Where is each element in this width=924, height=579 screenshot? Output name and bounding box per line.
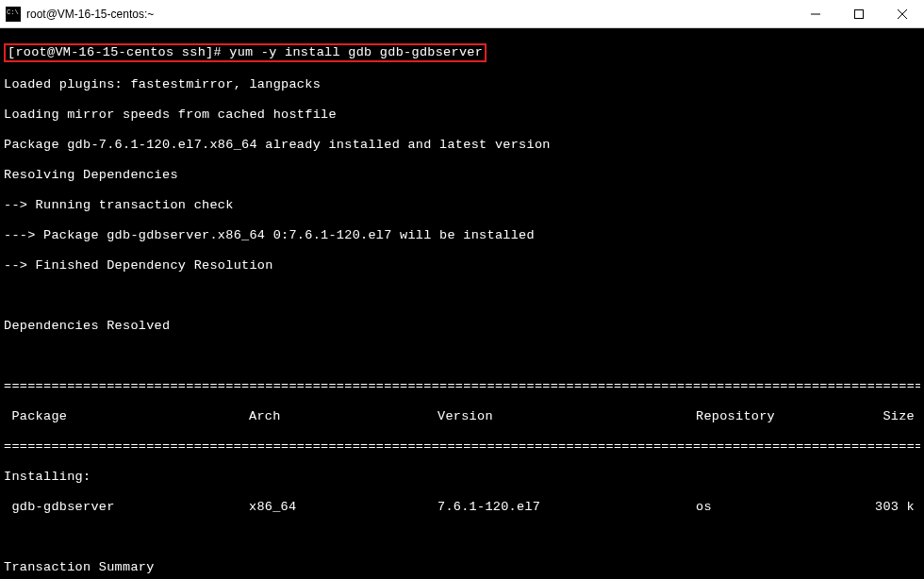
window-title: root@VM-16-15-centos:~ xyxy=(26,8,794,21)
blank-line xyxy=(4,349,920,364)
blank-line xyxy=(4,530,920,545)
terminal-line: --> Finished Dependency Resolution xyxy=(4,258,920,273)
command-highlight-box: [root@VM-16-15-centos ssh]# yum -y insta… xyxy=(4,43,487,62)
installing-label: Installing: xyxy=(4,470,920,485)
svg-rect-1 xyxy=(855,9,864,18)
maximize-button[interactable] xyxy=(837,0,881,27)
terminal-line: Loading mirror speeds from cached hostfi… xyxy=(4,108,920,123)
table-header: Package Arch Version Repository Size xyxy=(4,409,920,424)
cmd-icon xyxy=(6,7,21,22)
col-arch: Arch xyxy=(249,409,437,424)
cell-arch: x86_64 xyxy=(249,500,437,515)
prompt: [root@VM-16-15-centos ssh]# xyxy=(8,45,229,59)
table-row: gdb-gdbserver x86_64 7.6.1-120.el7 os 30… xyxy=(4,500,920,515)
col-repository: Repository xyxy=(696,409,854,424)
terminal-line: Transaction Summary xyxy=(4,560,920,575)
window-titlebar: root@VM-16-15-centos:~ xyxy=(0,0,924,28)
terminal-line: Resolving Dependencies xyxy=(4,168,920,183)
terminal-line: Package gdb-7.6.1-120.el7.x86_64 already… xyxy=(4,138,920,153)
command-text: yum -y install gdb gdb-gdbserver xyxy=(229,45,483,59)
terminal-line: --> Running transaction check xyxy=(4,198,920,213)
col-size: Size xyxy=(854,409,920,424)
col-version: Version xyxy=(437,409,696,424)
rule-line: ========================================… xyxy=(4,439,920,455)
rule-line: ========================================… xyxy=(4,379,920,394)
cell-repository: os xyxy=(696,500,854,515)
terminal-line: [root@VM-16-15-centos ssh]# yum -y insta… xyxy=(4,43,920,62)
blank-line xyxy=(4,289,920,304)
cell-package: gdb-gdbserver xyxy=(4,500,249,515)
terminal-output[interactable]: [root@VM-16-15-centos ssh]# yum -y insta… xyxy=(0,28,924,579)
close-button[interactable] xyxy=(881,0,924,27)
col-package: Package xyxy=(4,409,249,424)
cell-size: 303 k xyxy=(854,500,920,515)
minimize-button[interactable] xyxy=(794,0,837,27)
window-controls xyxy=(794,0,924,27)
terminal-line: Dependencies Resolved xyxy=(4,319,920,334)
terminal-line: Loaded plugins: fastestmirror, langpacks xyxy=(4,77,920,92)
cell-version: 7.6.1-120.el7 xyxy=(437,500,696,515)
terminal-line: ---> Package gdb-gdbserver.x86_64 0:7.6.… xyxy=(4,228,920,243)
